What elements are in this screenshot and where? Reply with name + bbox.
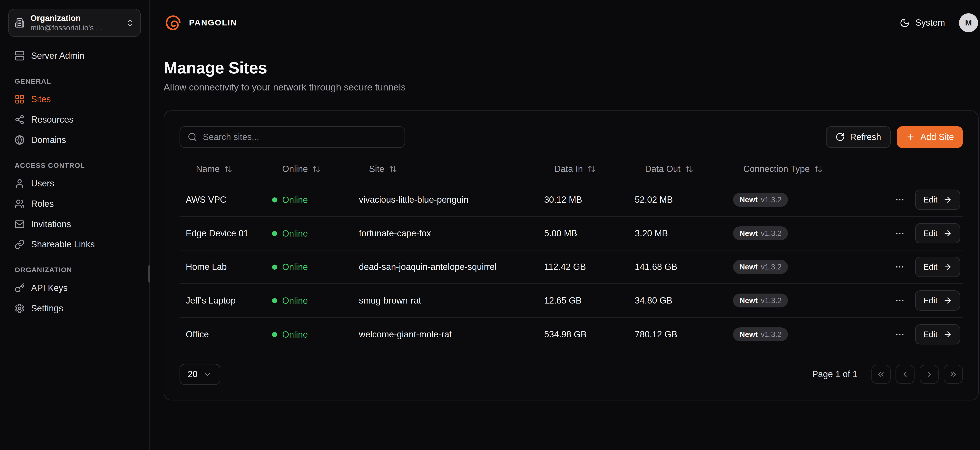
next-page-button[interactable] bbox=[920, 365, 939, 384]
page-content: Manage Sites Allow connectivity to your … bbox=[150, 46, 980, 401]
prev-page-button[interactable] bbox=[896, 365, 915, 384]
edit-button[interactable]: Edit bbox=[915, 223, 960, 244]
sort-icon bbox=[224, 165, 232, 173]
avatar-initial: M bbox=[965, 18, 972, 27]
edit-button[interactable]: Edit bbox=[915, 324, 960, 345]
sidebar-item-label: Domains bbox=[31, 135, 66, 145]
theme-toggle[interactable]: System bbox=[900, 17, 945, 28]
online-dot-icon bbox=[272, 332, 277, 337]
data-in-cell: 112.42 GB bbox=[544, 262, 635, 272]
org-switcher-title: Organization bbox=[30, 14, 120, 23]
pangolin-logo-icon bbox=[164, 13, 183, 32]
row-menu-button[interactable] bbox=[894, 328, 906, 341]
sort-icon bbox=[814, 165, 822, 173]
connection-type-name: Newt bbox=[740, 195, 758, 204]
online-label: Online bbox=[282, 296, 308, 306]
gear-icon bbox=[14, 303, 25, 314]
edit-button[interactable]: Edit bbox=[915, 290, 960, 311]
add-site-button[interactable]: Add Site bbox=[897, 126, 963, 148]
edit-button-label: Edit bbox=[923, 262, 937, 272]
edit-button[interactable]: Edit bbox=[915, 190, 960, 210]
online-dot-icon bbox=[272, 197, 277, 203]
sidebar-item-settings[interactable]: Settings bbox=[8, 298, 141, 318]
column-header-label: Data In bbox=[554, 164, 583, 174]
data-in-cell: 12.65 GB bbox=[544, 295, 635, 306]
sidebar-item-server-admin[interactable]: Server Admin bbox=[8, 46, 141, 66]
row-menu-button[interactable] bbox=[894, 294, 906, 307]
topbar: PANGOLIN System M bbox=[150, 0, 980, 46]
grid-icon bbox=[14, 94, 25, 105]
sidebar-item-label: Roles bbox=[31, 199, 54, 209]
sidebar-item-resources[interactable]: Resources bbox=[8, 109, 141, 130]
mail-icon bbox=[14, 219, 25, 229]
online-dot-icon bbox=[272, 265, 277, 269]
site-status-cell: Online bbox=[272, 228, 359, 239]
column-header-data-out[interactable]: Data Out bbox=[635, 164, 733, 174]
connection-type-name: Newt bbox=[740, 229, 758, 238]
connection-type-badge: Newt v1.3.2 bbox=[733, 193, 788, 207]
server-icon bbox=[14, 51, 25, 61]
column-header-label: Online bbox=[282, 164, 308, 174]
sidebar-item-domains[interactable]: Domains bbox=[8, 130, 141, 150]
row-menu-button[interactable] bbox=[894, 193, 906, 206]
connection-type-badge: Newt v1.3.2 bbox=[733, 227, 788, 240]
data-out-cell: 34.80 GB bbox=[635, 295, 733, 306]
connection-type-cell: Newt v1.3.2 bbox=[733, 227, 888, 240]
column-header-name[interactable]: Name bbox=[180, 164, 272, 174]
sidebar-scrollbar-thumb[interactable] bbox=[148, 265, 150, 283]
sidebar-item-label: Shareable Links bbox=[31, 239, 95, 249]
column-header-connection-type[interactable]: Connection Type bbox=[733, 164, 888, 174]
sidebar-item-shareable-links[interactable]: Shareable Links bbox=[8, 235, 141, 255]
ellipsis-icon bbox=[895, 330, 905, 339]
site-tunnel-cell: fortunate-cape-fox bbox=[359, 228, 544, 239]
site-name-cell: AWS VPC bbox=[180, 195, 272, 205]
data-out-cell: 141.68 GB bbox=[635, 262, 733, 272]
sidebar-item-label: Users bbox=[31, 178, 54, 189]
sidebar-item-sites[interactable]: Sites bbox=[8, 89, 141, 109]
search-input[interactable] bbox=[203, 132, 397, 142]
topbar-right: System M bbox=[900, 13, 978, 32]
site-tunnel-cell: dead-san-joaquin-antelope-squirrel bbox=[359, 262, 544, 272]
org-switcher-texts: Organization milo@fossorial.io's ... bbox=[30, 14, 120, 32]
page-size-select[interactable]: 20 bbox=[180, 364, 220, 385]
sidebar-item-label: API Keys bbox=[31, 283, 68, 293]
connection-type-cell: Newt v1.3.2 bbox=[733, 293, 888, 307]
arrow-right-icon bbox=[943, 229, 952, 238]
column-header-label: Data Out bbox=[645, 164, 681, 174]
sidebar-item-invitations[interactable]: Invitations bbox=[8, 214, 141, 235]
plus-icon bbox=[906, 132, 915, 142]
sidebar-item-roles[interactable]: Roles bbox=[8, 194, 141, 214]
sidebar-item-api-keys[interactable]: API Keys bbox=[8, 278, 141, 298]
org-switcher-subtitle: milo@fossorial.io's ... bbox=[30, 24, 120, 32]
table-row: Home Lab Online dead-san-joaquin-antelop… bbox=[180, 250, 963, 284]
ellipsis-icon bbox=[895, 262, 905, 272]
sort-icon bbox=[587, 165, 596, 173]
avatar[interactable]: M bbox=[959, 13, 978, 32]
edit-button[interactable]: Edit bbox=[915, 257, 960, 277]
column-header-site[interactable]: Site bbox=[359, 164, 544, 174]
connection-type-badge: Newt v1.3.2 bbox=[733, 327, 788, 341]
row-menu-button[interactable] bbox=[894, 261, 906, 273]
site-status-cell: Online bbox=[272, 261, 359, 272]
row-menu-button[interactable] bbox=[894, 227, 906, 240]
status-badge: Online bbox=[272, 296, 308, 306]
sidebar-item-users[interactable]: Users bbox=[8, 173, 141, 194]
row-actions: Edit bbox=[888, 257, 963, 277]
connection-type-version: v1.3.2 bbox=[761, 263, 782, 271]
site-status-cell: Online bbox=[272, 329, 359, 340]
connection-type-badge: Newt v1.3.2 bbox=[733, 293, 788, 307]
search-box bbox=[180, 126, 405, 148]
main-area: PANGOLIN System M Manage Sites Allow con… bbox=[150, 0, 980, 450]
site-tunnel-cell: welcome-giant-mole-rat bbox=[359, 330, 544, 339]
site-name-cell: Office bbox=[180, 330, 272, 339]
refresh-button[interactable]: Refresh bbox=[826, 126, 891, 148]
column-header-online[interactable]: Online bbox=[272, 164, 359, 174]
brand: PANGOLIN bbox=[164, 13, 237, 32]
chevrons-left-icon bbox=[877, 370, 885, 379]
first-page-button[interactable] bbox=[872, 365, 891, 384]
last-page-button[interactable] bbox=[944, 365, 963, 384]
column-header-data-in[interactable]: Data In bbox=[544, 164, 635, 174]
sidebar-item-label: Server Admin bbox=[31, 51, 84, 61]
arrow-right-icon bbox=[943, 195, 952, 204]
org-switcher[interactable]: Organization milo@fossorial.io's ... bbox=[8, 9, 141, 36]
